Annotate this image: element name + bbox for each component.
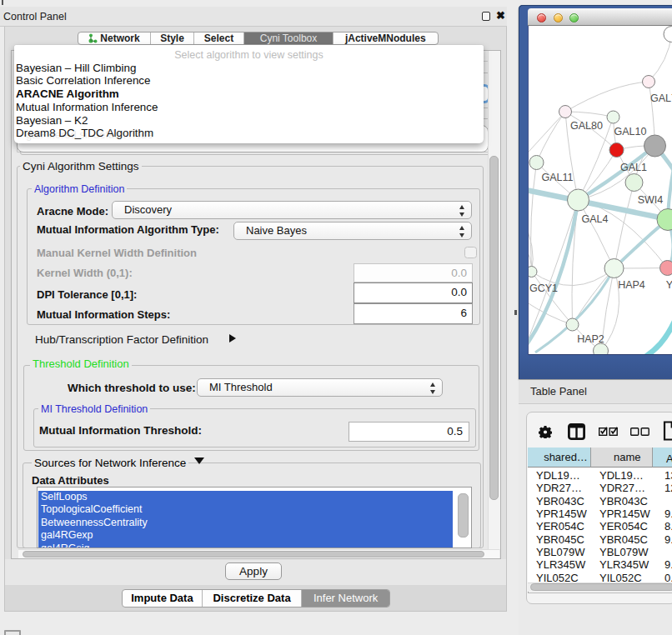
svg-text:HAP4: HAP4 [618, 279, 645, 291]
svg-text:SWI4: SWI4 [638, 194, 664, 206]
svg-text:GAL7: GAL7 [650, 92, 672, 104]
svg-text:GAL11: GAL11 [542, 172, 574, 183]
svg-text:GAL1: GAL1 [620, 162, 647, 173]
svg-text:GCY1: GCY1 [529, 282, 558, 294]
svg-text:Y: Y [666, 279, 672, 291]
svg-text:GAL80: GAL80 [570, 120, 603, 132]
svg-text:GAL10: GAL10 [614, 126, 647, 138]
svg-text:GAL4: GAL4 [582, 213, 609, 225]
svg-text:HAP2: HAP2 [577, 333, 604, 345]
